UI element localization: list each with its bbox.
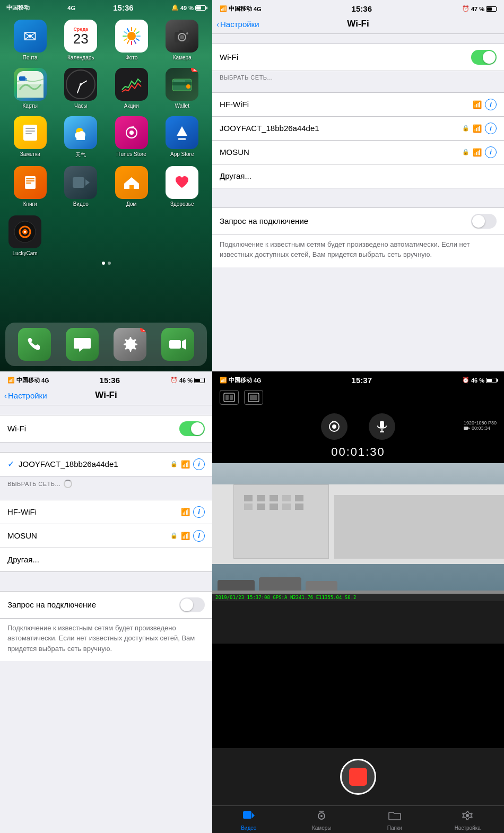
svg-rect-43: [129, 185, 134, 189]
q3-ask-join-row[interactable]: Запрос на подключение: [0, 592, 212, 618]
dock-messages[interactable]: [66, 328, 99, 361]
q2-network-other-label: Другая...: [220, 171, 497, 180]
app-mail[interactable]: ✉ Почта: [8, 20, 52, 60]
photos-label: Фото: [125, 55, 137, 60]
dock-phone[interactable]: [18, 328, 51, 361]
settings-tab-label: Настройка: [455, 825, 481, 831]
q2-ask-join-row[interactable]: Запрос на подключение: [212, 208, 504, 235]
svg-rect-2: [133, 28, 136, 32]
q3-nav-divider: [0, 405, 212, 405]
tab-video[interactable]: Видео: [212, 806, 285, 833]
app-maps[interactable]: 280 Карты: [8, 68, 52, 109]
record-button[interactable]: [340, 759, 376, 795]
cam-toolbar-icon-2[interactable]: [244, 390, 263, 405]
app-videos[interactable]: Видео: [59, 166, 103, 207]
home-time: 15:36: [113, 3, 133, 12]
svg-rect-28: [25, 131, 35, 132]
q3-wifi-section: Wi-Fi: [0, 415, 212, 442]
folders-tab-icon: [388, 810, 401, 823]
building-2: [334, 495, 504, 559]
app-home[interactable]: Дом: [110, 166, 153, 207]
q4-black-area: [212, 601, 504, 644]
camera-app: 📶 中国移动 4G 15:37 ⏰ 46 %: [212, 371, 504, 833]
q2-wifi-row[interactable]: Wi-Fi: [212, 44, 504, 71]
q2-hfwifi-icons: 📶 i: [473, 99, 497, 110]
q2-network-hfwifi[interactable]: HF-WiFi 📶 i: [212, 93, 504, 117]
q3-connected-section: ✓ JOOYFACT_18bb26a44de1 🔒 📶 i: [0, 452, 212, 476]
camera-photo-btn[interactable]: [321, 413, 347, 440]
tab-folders[interactable]: Папки: [358, 806, 431, 833]
lock-icon-conn: 🔒: [170, 461, 178, 467]
app-notes[interactable]: Заметки: [8, 116, 52, 159]
q3-back-btn[interactable]: ‹ Настройки: [4, 391, 47, 400]
q2-network-mosun[interactable]: MOSUN 🔒 📶 i: [212, 141, 504, 164]
camera-mic-btn[interactable]: [369, 413, 395, 440]
app-calendar[interactable]: Среда 23 Календарь: [59, 20, 103, 60]
svg-point-0: [127, 32, 136, 40]
q3-wifi-row[interactable]: Wi-Fi: [0, 415, 212, 442]
network-label: 4G: [67, 5, 75, 11]
svg-rect-4: [136, 36, 141, 37]
q3-network-mosun-label: MOSUN: [7, 531, 170, 540]
page-dot-2: [108, 262, 111, 265]
q3-mosun-icons: 🔒 📶 i: [170, 530, 205, 542]
app-clock[interactable]: Часы: [59, 68, 103, 109]
q2-mosun-icons: 🔒 📶 i: [462, 146, 497, 158]
wifi-settings-top: 📶 中国移动 4G 15:36 ⏰ 47 % ‹ Настройки Wi-Fi…: [212, 0, 504, 371]
app-weather[interactable]: 天气: [59, 116, 103, 159]
tab-cameras[interactable]: Камеры: [285, 806, 359, 833]
phone-dock-icon: [18, 328, 51, 361]
folders-tab-label: Папки: [387, 825, 402, 831]
tab-settings[interactable]: Настройка: [431, 806, 505, 833]
app-appstore[interactable]: App Store: [161, 116, 204, 159]
q3-connected-info[interactable]: i: [193, 458, 205, 470]
q2-jooyfact-info[interactable]: i: [485, 123, 497, 134]
q2-back-btn[interactable]: ‹ Настройки: [216, 20, 259, 29]
q3-section-row: ВЫБРАТЬ СЕТЬ...: [0, 476, 212, 490]
q3-connected-row[interactable]: ✓ JOOYFACT_18bb26a44de1 🔒 📶 i: [0, 453, 212, 476]
settings-tab-icon: [461, 810, 474, 823]
page-dots: [0, 258, 212, 268]
app-wallet[interactable]: 26 Wallet: [161, 68, 204, 109]
q3-wifi-toggle[interactable]: [179, 421, 205, 436]
lock-icon: 🔒: [462, 125, 470, 132]
app-stocks[interactable]: Акции: [110, 68, 153, 109]
q2-hfwifi-info[interactable]: i: [485, 99, 497, 110]
videos-icon-app: [64, 166, 97, 199]
app-itunes[interactable]: iTunes Store: [110, 116, 153, 159]
dock-facetime[interactable]: [161, 328, 194, 361]
q3-ask-join-toggle[interactable]: [179, 597, 205, 612]
dock-settings[interactable]: 1: [114, 328, 146, 361]
q4-record-area: [212, 748, 504, 805]
q3-hfwifi-info[interactable]: i: [193, 506, 205, 518]
cam-toolbar-icon-1[interactable]: [220, 390, 239, 405]
svg-marker-64: [252, 813, 255, 818]
q2-status-bar: 📶 中国移动 4G 15:36 ⏰ 47 %: [212, 0, 504, 15]
q2-ask-join-section: Запрос на подключение: [212, 207, 504, 235]
svg-marker-50: [182, 339, 186, 350]
app-health[interactable]: Здоровье: [161, 166, 204, 207]
svg-point-15: [180, 35, 184, 39]
q2-section-header: ВЫБРАТЬ СЕТЬ...: [212, 71, 504, 83]
q2-mosun-info[interactable]: i: [485, 146, 497, 158]
q3-mosun-info[interactable]: i: [193, 530, 205, 542]
q2-network-other[interactable]: Другая...: [212, 164, 504, 188]
svg-rect-7: [131, 41, 132, 45]
q2-network-jooyfact[interactable]: JOOYFACT_18bb26a44de1 🔒 📶 i: [212, 117, 504, 141]
clock-label: Часы: [74, 103, 87, 109]
q3-network-hfwifi[interactable]: HF-WiFi 📶 i: [0, 500, 212, 524]
app-photos[interactable]: Фото: [110, 20, 153, 60]
q3-network-other[interactable]: Другая...: [0, 548, 212, 571]
q2-networks-section: HF-WiFi 📶 i JOOYFACT_18bb26a44de1 🔒 📶 i …: [212, 92, 504, 188]
app-luckycam[interactable]: LuckyCam: [8, 215, 41, 256]
home-screen-panel: 中国移动 4G 15:36 🔔 49 % ✉ Почта Среда 23 Ка…: [0, 0, 212, 371]
q2-ask-join-toggle[interactable]: [471, 214, 497, 229]
q3-network-mosun[interactable]: MOSUN 🔒 📶 i: [0, 524, 212, 548]
app-books[interactable]: Книги: [8, 166, 52, 207]
q4-status-bar: 📶 中国移动 4G 15:37 ⏰ 46 %: [212, 371, 504, 387]
weather-label: 天气: [75, 151, 86, 159]
q2-wifi-toggle[interactable]: [471, 50, 497, 65]
clock-icon-app: [64, 68, 97, 101]
notes-label: Заметки: [20, 151, 40, 157]
app-camera[interactable]: Камера: [161, 20, 204, 60]
